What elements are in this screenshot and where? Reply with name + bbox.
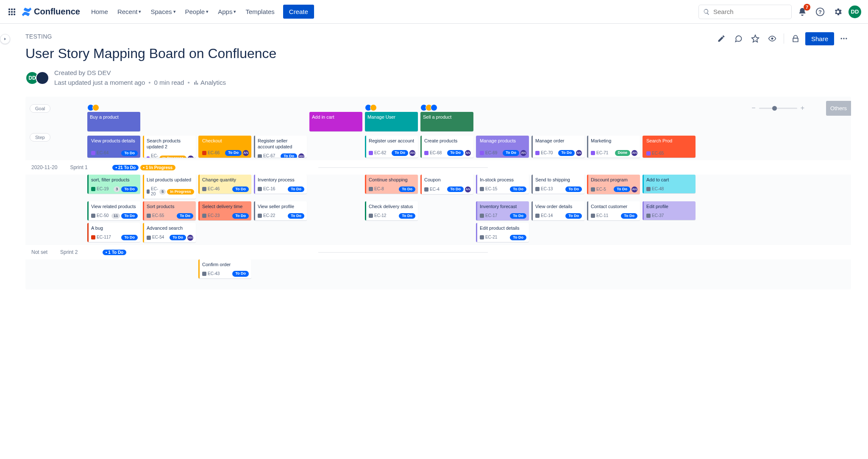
story-card[interactable]: sort, filter productsEC-193To Do — [87, 175, 140, 194]
goal-card[interactable]: Buy a product — [87, 112, 140, 131]
sprint-date: 2020-11-20 — [31, 164, 57, 170]
step-lane-label: Step — [30, 133, 50, 142]
story-card[interactable]: Inventory forecastEC-17To Do — [476, 201, 529, 220]
svg-point-2 — [771, 38, 773, 40]
status-pill: • 21 To Do — [112, 165, 139, 170]
app-switcher-icon[interactable] — [7, 7, 17, 17]
goal-card[interactable]: Manage User — [365, 112, 418, 131]
nav-recent[interactable]: Recent▾ — [113, 5, 146, 19]
nav-apps[interactable]: Apps▾ — [214, 5, 240, 19]
created-by-label: Created by — [54, 69, 87, 76]
story-card[interactable]: Edit product detailsEC-21To Do — [476, 223, 529, 242]
expand-sidebar-button[interactable] — [0, 34, 10, 44]
svg-point-3 — [841, 38, 842, 39]
story-card[interactable]: Send to shippingEC-13To Do — [531, 175, 584, 194]
zoom-out[interactable]: − — [751, 104, 755, 112]
goal-lane-label: Goal — [30, 104, 50, 113]
zoom-control[interactable]: − + — [751, 104, 804, 112]
story-card[interactable]: Advanced searchEC-54To DoAN — [143, 223, 196, 242]
story-card[interactable]: Check delivery statusEC-12To Do — [365, 201, 418, 220]
story-card[interactable]: Confirm orderEC-43To Do — [198, 259, 251, 278]
story-card[interactable]: Contact customerEC-11To Do — [587, 201, 640, 220]
last-updated: Last updated just a moment ago — [54, 78, 145, 88]
watch-icon[interactable] — [765, 31, 779, 46]
confluence-logo[interactable]: Confluence — [19, 7, 83, 17]
sprint-header[interactable]: 2020-11-20Sprint 1• 21 To Do • 1 In Prog… — [25, 160, 851, 175]
step-card[interactable]: Register seller account updatedEC-67To D… — [254, 136, 307, 158]
story-card[interactable]: A bugEC-117To Do — [87, 223, 140, 242]
svg-text:?: ? — [818, 8, 822, 15]
share-button[interactable]: Share — [805, 32, 834, 45]
zoom-in[interactable]: + — [801, 104, 804, 112]
global-nav: Confluence HomeRecent▾Spaces▾People▾Apps… — [0, 0, 868, 24]
profile-avatar[interactable]: DD — [849, 6, 861, 18]
story-card[interactable]: View related productsEC-5011To Do — [87, 201, 140, 220]
primary-nav: HomeRecent▾Spaces▾People▾Apps▾Templates — [87, 5, 279, 19]
step-card[interactable]: Create productsEC-68To DoAN — [420, 136, 473, 158]
sprint-header[interactable]: Not setSprint 2• 1 To Do — [25, 245, 851, 259]
star-icon[interactable] — [748, 31, 762, 46]
story-card[interactable]: View order detailsEC-14To Do — [531, 201, 584, 220]
svg-point-5 — [846, 38, 847, 39]
search-input[interactable] — [712, 8, 795, 16]
story-card[interactable]: In-stock processEC-15To Do — [476, 175, 529, 194]
story-card[interactable]: Select delivery timeEC-23To Do — [198, 201, 251, 220]
restrictions-icon[interactable] — [788, 31, 803, 46]
story-card[interactable]: Inventory processEC-16To Do — [254, 175, 307, 194]
zoom-slider[interactable] — [759, 108, 797, 109]
chevron-down-icon: ▾ — [173, 9, 176, 14]
story-card[interactable]: Change quantityEC-46To Do — [198, 175, 251, 194]
story-card[interactable]: List products updatedEC-205In Progress — [143, 175, 196, 199]
analytics-link[interactable]: Analytics — [193, 78, 226, 88]
story-card[interactable]: Discount programEC-5To DoAN — [587, 175, 640, 194]
help-icon[interactable]: ? — [813, 5, 827, 19]
page-title: User Story Mapping Board on Confluence — [25, 46, 851, 61]
edit-icon[interactable] — [714, 31, 729, 46]
step-card[interactable]: CheckoutEC-66To DoAN — [198, 136, 251, 158]
chevron-down-icon: ▾ — [139, 9, 141, 14]
goal-card[interactable]: Sell a product — [420, 112, 473, 131]
create-button[interactable]: Create — [283, 5, 314, 19]
step-card[interactable]: Manage orderEC-70To DoAN — [531, 136, 584, 158]
step-card[interactable]: View products detailsEC-64To Do — [87, 136, 140, 158]
status-pill: • 1 In Progress — [140, 165, 176, 170]
byline: DD Created by DS DEV Last updated just a… — [25, 68, 851, 87]
comment-icon[interactable] — [731, 31, 746, 46]
settings-icon[interactable] — [831, 5, 845, 19]
status-pill: • 1 To Do — [103, 250, 126, 255]
step-card[interactable]: Manage productsEC-69To DoAN — [476, 136, 529, 158]
story-card[interactable]: Continue shoppingEC-8To Do — [365, 175, 418, 194]
notifications-icon[interactable]: 7 — [795, 5, 810, 19]
author-link[interactable]: DS DEV — [87, 69, 111, 76]
svg-point-4 — [843, 38, 844, 39]
chevron-down-icon: ▾ — [206, 9, 209, 14]
nav-templates[interactable]: Templates — [241, 5, 278, 19]
notification-badge: 7 — [804, 4, 810, 11]
search-box[interactable] — [698, 5, 792, 19]
step-card[interactable]: MarketingEC-71DoneAN — [587, 136, 640, 158]
step-card[interactable]: Search ProdEC-65 — [643, 136, 696, 158]
more-actions-icon[interactable] — [837, 31, 851, 46]
sprint-name: Sprint 1 — [70, 164, 100, 170]
story-card[interactable]: View seller profileEC-22To Do — [254, 201, 307, 220]
others-button[interactable]: Others — [826, 101, 851, 116]
persona-icons — [365, 104, 418, 111]
story-card[interactable]: Edit profileEC-37 — [643, 201, 696, 220]
story-card[interactable]: CouponEC-4To DoAN — [420, 175, 473, 194]
read-time: 0 min read — [154, 78, 184, 88]
chart-icon — [193, 80, 199, 86]
step-card[interactable]: Search products updated 2EC-63In Progres… — [143, 136, 196, 158]
product-name: Confluence — [34, 7, 80, 17]
nav-people[interactable]: People▾ — [181, 5, 213, 19]
sprint-name: Sprint 2 — [60, 249, 90, 255]
story-card[interactable]: Sort productsEC-55To Do — [143, 201, 196, 220]
nav-spaces[interactable]: Spaces▾ — [146, 5, 180, 19]
confluence-icon — [22, 7, 31, 17]
contributor-avatar[interactable] — [36, 71, 49, 85]
story-card[interactable]: Add to cartEC-48 — [643, 175, 696, 193]
chevron-right-icon — [3, 36, 8, 42]
nav-home[interactable]: Home — [87, 5, 112, 19]
goal-card[interactable]: Add in cart — [309, 112, 362, 131]
step-card[interactable]: Register user accountEC-62To DoAN — [365, 136, 418, 158]
persona-icons — [420, 104, 473, 111]
